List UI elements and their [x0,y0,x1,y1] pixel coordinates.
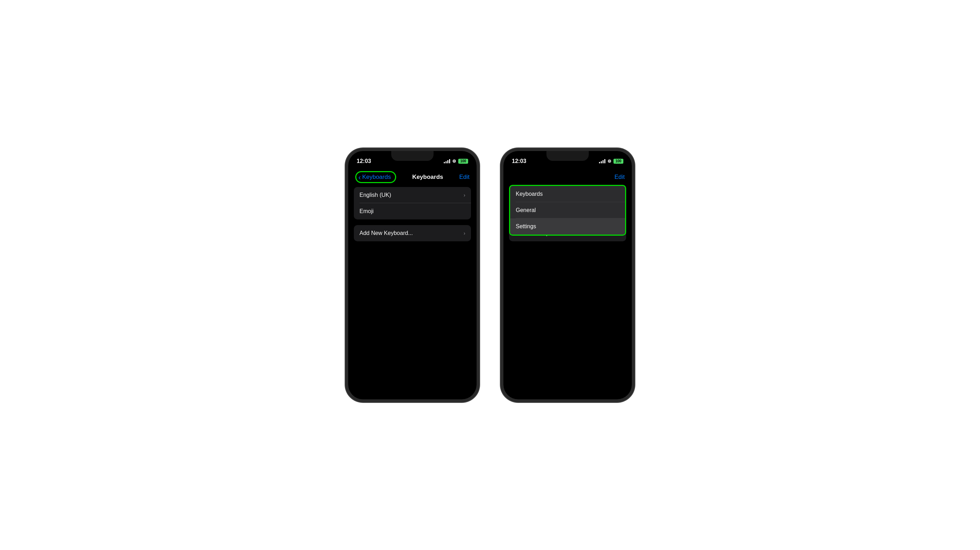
left-english-uk-label: English (UK) [360,192,391,198]
right-dropdown-settings-label: Settings [516,223,536,230]
right-edit-button[interactable]: Edit [614,173,625,181]
right-phone-screen: 12:03 ⊜ 100 Edit [503,151,632,399]
left-nav-title: Keyboards [412,173,443,181]
main-container: 12:03 ⊜ 100 ‹ [345,148,635,402]
left-list-group-1: English (UK) › Emoji [354,187,471,219]
right-nav-bar: Edit [503,168,632,187]
left-emoji-item[interactable]: Emoji [354,203,471,219]
left-status-bar: 12:03 ⊜ 100 [348,151,477,168]
left-status-icons: ⊜ 100 [444,158,468,164]
left-add-keyboard-item[interactable]: Add New Keyboard... › [354,225,471,241]
left-edit-button[interactable]: Edit [459,173,469,181]
left-emoji-label: Emoji [360,208,374,215]
left-nav-bar: ‹ Keyboards Keyboards Edit [348,168,477,187]
left-english-uk-item[interactable]: English (UK) › [354,187,471,203]
right-dropdown-menu[interactable]: Keyboards General Settings [509,185,626,236]
left-phone: 12:03 ⊜ 100 ‹ [345,148,479,402]
left-battery-icon: 100 [458,159,468,164]
right-status-bar: 12:03 ⊜ 100 [503,151,632,168]
left-back-button[interactable]: ‹ Keyboards [355,171,396,183]
left-back-chevron-icon: ‹ [358,173,361,181]
left-signal-icon [444,159,450,163]
left-add-keyboard-chevron-icon: › [463,230,465,236]
right-time: 12:03 [512,158,527,164]
left-back-label: Keyboards [362,173,391,181]
right-wifi-icon: ⊜ [608,158,611,164]
left-wifi-icon: ⊜ [452,158,456,164]
right-dropdown-general-label: General [516,207,536,213]
right-phone: 12:03 ⊜ 100 Edit [501,148,635,402]
right-dropdown-settings-item[interactable]: Settings [510,218,625,235]
left-time: 12:03 [356,158,371,164]
left-phone-screen: 12:03 ⊜ 100 ‹ [348,151,477,399]
left-content: English (UK) › Emoji Add New Keyboard...… [348,187,477,241]
right-dropdown-general-item[interactable]: General [510,202,625,218]
right-status-icons: ⊜ 100 [599,158,624,164]
right-signal-icon [599,159,605,163]
left-list-group-2: Add New Keyboard... › [354,225,471,241]
right-battery-icon: 100 [614,159,624,164]
right-dropdown-keyboards-item[interactable]: Keyboards [510,186,625,202]
right-dropdown-keyboards-label: Keyboards [516,191,543,197]
left-add-keyboard-label: Add New Keyboard... [360,230,413,236]
left-english-uk-chevron-icon: › [463,192,465,198]
